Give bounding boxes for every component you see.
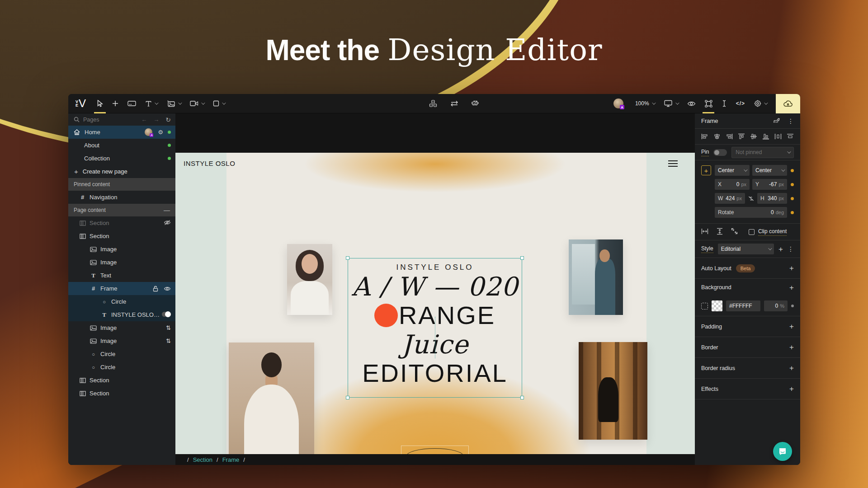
kebab-menu-icon[interactable]: ⋮ — [788, 117, 794, 125]
text-tool-button[interactable] — [141, 94, 162, 113]
layer-row[interactable]: T # ○ Circle — [68, 347, 175, 361]
align-top-icon[interactable] — [738, 133, 745, 140]
align-left-icon[interactable] — [701, 133, 708, 140]
add-style-button[interactable]: + — [778, 245, 783, 253]
pin-select[interactable]: Not pinned — [731, 147, 794, 158]
height-input[interactable]: H340px — [757, 193, 787, 204]
pin-toggle[interactable] — [713, 149, 727, 156]
device-preview-dropdown[interactable] — [659, 94, 683, 113]
history-forward-button[interactable]: → — [153, 116, 159, 123]
add-padding-button[interactable]: + — [789, 323, 794, 330]
layer-row[interactable]: T # ○ INSTYLE OSLOA/W — 020... — [68, 308, 175, 321]
website-preview[interactable]: INSTYLE OSLO — [175, 153, 695, 454]
code-mode-button[interactable]: </> — [731, 94, 750, 113]
padding-row[interactable]: Padding + — [701, 316, 794, 337]
addons-button[interactable] — [467, 94, 484, 113]
layer-row[interactable]: T # ○ Image — [68, 256, 175, 269]
style-kebab-icon[interactable]: ⋮ — [788, 245, 794, 253]
shape-tool-button[interactable] — [208, 94, 229, 113]
align-container-icon[interactable] — [787, 133, 794, 140]
page-settings-gear-icon[interactable]: ⚙ — [158, 129, 163, 136]
page-content-header[interactable]: Page content — — [68, 204, 175, 216]
align-right-icon[interactable] — [726, 133, 733, 140]
swap-icon[interactable]: ⇅ — [166, 338, 171, 344]
border-radius-row[interactable]: Border radius + — [701, 358, 794, 378]
resize-handle-top-right[interactable] — [520, 256, 524, 260]
video-tool-button[interactable] — [185, 94, 208, 113]
border-row[interactable]: Border + — [701, 337, 794, 357]
site-brand[interactable]: INSTYLE OSLO — [184, 160, 235, 167]
layer-row[interactable]: T # ○ Image — [68, 321, 175, 334]
distribute-h-icon[interactable] — [774, 133, 782, 140]
color-swatch[interactable] — [712, 300, 722, 311]
toggle-icon[interactable] — [162, 311, 171, 318]
background-row[interactable]: Background + — [701, 279, 794, 296]
button-tool-button[interactable] — [123, 94, 141, 113]
align-center-v-icon[interactable] — [750, 133, 757, 140]
effects-row[interactable]: Effects + — [701, 379, 794, 399]
chat-widget-button[interactable] — [773, 442, 792, 461]
layer-row[interactable]: T # ○ Text — [68, 269, 175, 282]
photo-portrait-top-left[interactable] — [287, 244, 332, 315]
vev-logo[interactable]: V E V — [68, 97, 92, 110]
photo-arcade-bottom-right[interactable] — [579, 342, 647, 440]
add-border-radius-button[interactable]: + — [789, 364, 794, 372]
pinned-content-header[interactable]: Pinned content — [68, 178, 175, 191]
create-new-page-button[interactable]: + Create new page — [68, 165, 175, 178]
layer-row[interactable]: T # ○ Section — [68, 374, 175, 387]
layer-row[interactable]: T # ○ Frame — [68, 282, 175, 295]
sidebar-item-about[interactable]: About — [68, 139, 175, 152]
opacity-input[interactable]: 0% — [764, 300, 788, 311]
layer-navigation[interactable]: # Navigation — [68, 191, 175, 204]
zoom-level-dropdown[interactable]: 100% — [628, 94, 659, 113]
photo-woman-bottom-left[interactable] — [229, 343, 314, 465]
add-anchor-button[interactable]: + — [701, 165, 711, 175]
layer-row[interactable]: T # ○ Image — [68, 243, 175, 256]
dog-icon[interactable] — [773, 117, 780, 125]
breadcrumb-frame[interactable]: Frame — [222, 456, 240, 463]
align-bottom-icon[interactable] — [762, 133, 769, 140]
swap-mode-button[interactable] — [445, 94, 463, 113]
visible-eye-icon[interactable] — [164, 286, 171, 291]
history-back-button[interactable]: ← — [141, 116, 147, 123]
add-effects-button[interactable]: + — [789, 385, 794, 393]
components-button[interactable] — [425, 94, 442, 113]
layer-row[interactable]: T # ○ Section — [68, 216, 175, 230]
x-input[interactable]: X0px — [715, 179, 750, 190]
refresh-button[interactable]: ↻ — [165, 116, 171, 123]
settings-dropdown[interactable] — [750, 94, 771, 113]
layer-row[interactable]: T # ○ Section — [68, 387, 175, 400]
layer-row[interactable]: T # ○ Circle — [68, 295, 175, 308]
hamburger-menu-icon[interactable] — [668, 160, 678, 167]
rotate-input[interactable]: Rotate0deg — [715, 207, 787, 218]
collapse-icon[interactable]: — — [164, 206, 170, 214]
fit-width-icon[interactable] — [701, 228, 708, 236]
scale-content-icon[interactable] — [731, 228, 738, 236]
add-element-button[interactable] — [108, 94, 123, 113]
sidebar-item-collection[interactable]: Collection — [68, 152, 175, 165]
account-avatar[interactable]: A — [609, 94, 628, 113]
add-border-button[interactable]: + — [789, 343, 794, 351]
select-tool-button[interactable] — [92, 94, 108, 113]
text-edit-mode-button[interactable] — [717, 94, 731, 113]
frame-mode-button[interactable] — [700, 94, 717, 113]
resize-handle-bottom-right[interactable] — [520, 396, 524, 399]
search-input[interactable]: Pages — [83, 117, 141, 123]
breadcrumb-section[interactable]: Section — [193, 456, 212, 463]
add-background-button[interactable]: + — [789, 284, 794, 291]
add-auto-layout-button[interactable]: + — [789, 264, 794, 272]
unlock-icon[interactable] — [153, 286, 158, 292]
photo-man-right[interactable] — [569, 239, 623, 315]
target-icon[interactable] — [701, 303, 708, 310]
orange-circle[interactable] — [374, 304, 398, 327]
anchor-h-dropdown[interactable]: Center — [715, 165, 750, 176]
hidden-eye-icon[interactable] — [164, 220, 171, 227]
preview-button[interactable] — [683, 94, 700, 113]
image-tool-button[interactable] — [162, 94, 185, 113]
hex-input[interactable]: #FFFFFF — [726, 300, 760, 311]
publish-button[interactable] — [776, 94, 800, 113]
swap-icon[interactable]: ⇅ — [166, 324, 171, 331]
layer-row[interactable]: T # ○ Image — [68, 334, 175, 347]
align-center-h-icon[interactable] — [713, 133, 721, 140]
clip-content-checkbox[interactable] — [749, 229, 755, 235]
